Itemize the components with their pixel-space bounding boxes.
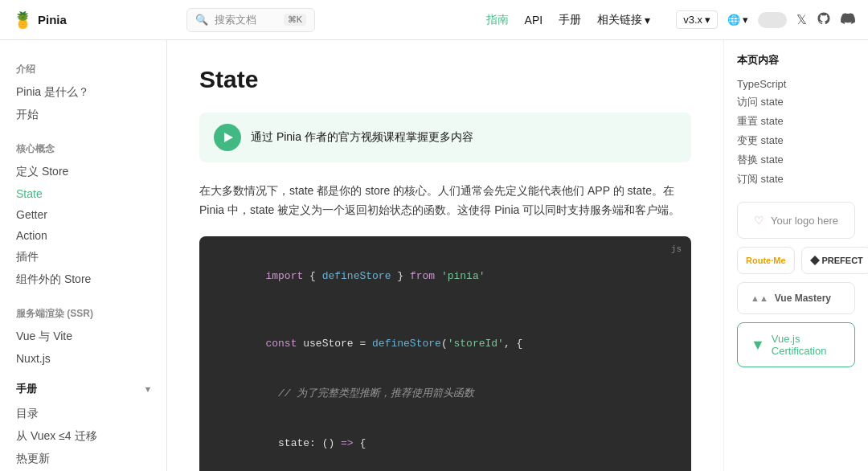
discord-icon[interactable] — [841, 11, 855, 29]
topnav-links: 指南 API 手册 相关链接 ▾ — [486, 13, 651, 27]
github-icon[interactable] — [817, 11, 831, 29]
toc-item-replace-state[interactable]: 替换 state — [737, 150, 855, 170]
version-chevron-icon: ▾ — [705, 14, 710, 26]
sidebar-item-hot-update[interactable]: 热更新 — [0, 448, 166, 470]
sidebar-item-pinia-what[interactable]: Pinia 是什么？ — [0, 81, 166, 104]
vue-mastery-sponsor[interactable]: ▲▲ Vue Mastery — [737, 282, 855, 314]
version-label: v3.x — [683, 14, 702, 26]
chevron-down-icon: ▾ — [645, 14, 650, 27]
code-line-1: import { defineStore } from 'pinia' — [215, 252, 675, 302]
route-me-sponsor[interactable]: Route·Me — [737, 247, 795, 274]
toc-item-change-state[interactable]: 变更 state — [737, 131, 855, 150]
intro-section-title: 介绍 — [0, 53, 166, 81]
lang-chevron-icon: ▾ — [743, 14, 748, 26]
play-icon — [224, 133, 233, 142]
svg-marker-0 — [810, 256, 820, 265]
toc-item-access-state[interactable]: 访问 state — [737, 92, 855, 112]
manual-chevron-icon: ▾ — [145, 384, 150, 395]
search-placeholder: 搜索文档 — [215, 13, 256, 27]
intro-paragraph: 在大多数情况下，state 都是你的 store 的核心。人们通常会先定义能代表… — [199, 182, 691, 220]
code-line-blank — [215, 302, 675, 319]
nav-related[interactable]: 相关链接 ▾ — [597, 13, 650, 27]
code-block: js import { defineStore } from 'pinia' c… — [199, 236, 691, 471]
sidebar-item-toc[interactable]: 目录 — [0, 403, 166, 425]
main-content: State 通过 Pinia 作者的官方视频课程掌握更多内容 在大多数情况下，s… — [167, 40, 723, 471]
core-section: 核心概念 定义 Store State Getter Action 插件 组件外… — [0, 133, 166, 291]
toc-item-subscribe-state[interactable]: 订阅 state — [737, 170, 855, 189]
sidebar-item-vue-vite[interactable]: Vue 与 Vite — [0, 326, 166, 348]
sidebar-item-state[interactable]: State — [0, 183, 166, 204]
sidebar-item-store-outside[interactable]: 组件外的 Store — [0, 268, 166, 291]
code-line-comment1: // 为了完整类型推断，推荐使用箭头函数 — [215, 369, 675, 419]
search-shortcut: ⌘K — [284, 14, 306, 26]
translate-icon: 🌐 — [727, 14, 740, 26]
main-layout: 介绍 Pinia 是什么？ 开始 核心概念 定义 Store State Get… — [0, 40, 868, 471]
theme-toggle[interactable] — [758, 12, 787, 28]
heart-icon: ♡ — [754, 214, 764, 227]
toc-item-reset-state[interactable]: 重置 state — [737, 112, 855, 131]
manual-section-header[interactable]: 手册 ▾ — [0, 375, 166, 403]
sidebar: 介绍 Pinia 是什么？ 开始 核心概念 定义 Store State Get… — [0, 40, 167, 471]
code-line-3: const useStore = defineStore('storeId', … — [215, 319, 675, 369]
top-navigation: 🍍 Pinia 🔍 搜索文档 ⌘K 指南 API 手册 相关链接 ▾ v3.x … — [0, 0, 868, 40]
ssr-section-title: 服务端渲染 (SSR) — [0, 297, 166, 326]
sidebar-item-define-store[interactable]: 定义 Store — [0, 161, 166, 183]
prefect-logo-text: PREFECT — [810, 256, 863, 265]
prefect-sponsor[interactable]: PREFECT — [801, 247, 869, 274]
code-line-state: state: () => { — [215, 420, 675, 469]
sidebar-item-plugin[interactable]: 插件 — [0, 246, 166, 268]
manual-section: 手册 ▾ 目录 从 Vuex ≤4 迁移 热更新 测试 不使用 setup() … — [0, 375, 166, 471]
sidebar-item-migrate-vuex[interactable]: 从 Vuex ≤4 迁移 — [0, 425, 166, 448]
core-section-title: 核心概念 — [0, 133, 166, 161]
logo-text: Pinia — [38, 13, 67, 27]
pinia-logo-icon: 🍍 — [13, 10, 33, 30]
intro-section: 介绍 Pinia 是什么？ 开始 — [0, 53, 166, 126]
toc-item-typescript[interactable]: TypeScript — [737, 76, 855, 92]
sidebar-item-getter[interactable]: Getter — [0, 204, 166, 225]
route-me-logo: Route·Me — [746, 256, 786, 265]
manual-section-title: 手册 — [16, 382, 37, 396]
twitter-icon[interactable]: 𝕏 — [796, 12, 807, 27]
vue-cert-icon: ▼ — [751, 337, 765, 354]
your-logo-sponsor[interactable]: ♡ Your logo here — [737, 202, 855, 239]
logo[interactable]: 🍍 Pinia — [13, 10, 174, 30]
sidebar-item-action[interactable]: Action — [0, 225, 166, 246]
vue-cert-sponsor[interactable]: ▼ Vue.js Certification — [737, 322, 855, 367]
nav-manual[interactable]: 手册 — [559, 13, 581, 27]
video-banner-text: 通过 Pinia 作者的官方视频课程掌握更多内容 — [251, 130, 473, 145]
toc-title: 本页内容 — [737, 53, 855, 68]
toc-sidebar: 本页内容 TypeScript 访问 state 重置 state 变更 sta… — [723, 40, 868, 471]
topnav-right: v3.x ▾ 🌐 ▾ 𝕏 — [676, 10, 855, 29]
nav-api[interactable]: API — [525, 14, 543, 27]
search-bar[interactable]: 🔍 搜索文档 ⌘K — [186, 8, 315, 32]
your-logo-text: Your logo here — [771, 215, 838, 227]
vue-mastery-logo: ▲▲ — [751, 293, 768, 303]
page-title: State — [199, 66, 691, 93]
video-banner[interactable]: 通过 Pinia 作者的官方视频课程掌握更多内容 — [199, 113, 691, 162]
search-icon: 🔍 — [195, 14, 208, 26]
vue-cert-label: Vue.js Certification — [772, 333, 841, 357]
sidebar-item-start[interactable]: 开始 — [0, 104, 166, 126]
vue-mastery-label: Vue Mastery — [775, 293, 831, 304]
code-lang-badge: js — [671, 243, 682, 257]
version-selector[interactable]: v3.x ▾ — [676, 10, 718, 29]
nav-guide[interactable]: 指南 — [486, 13, 509, 27]
ssr-section: 服务端渲染 (SSR) Vue 与 Vite Nuxt.js — [0, 297, 166, 369]
sidebar-item-nuxt[interactable]: Nuxt.js — [0, 348, 166, 369]
play-button[interactable] — [214, 124, 241, 151]
lang-selector[interactable]: 🌐 ▾ — [727, 14, 748, 26]
sponsor-row: Route·Me PREFECT — [737, 247, 855, 274]
